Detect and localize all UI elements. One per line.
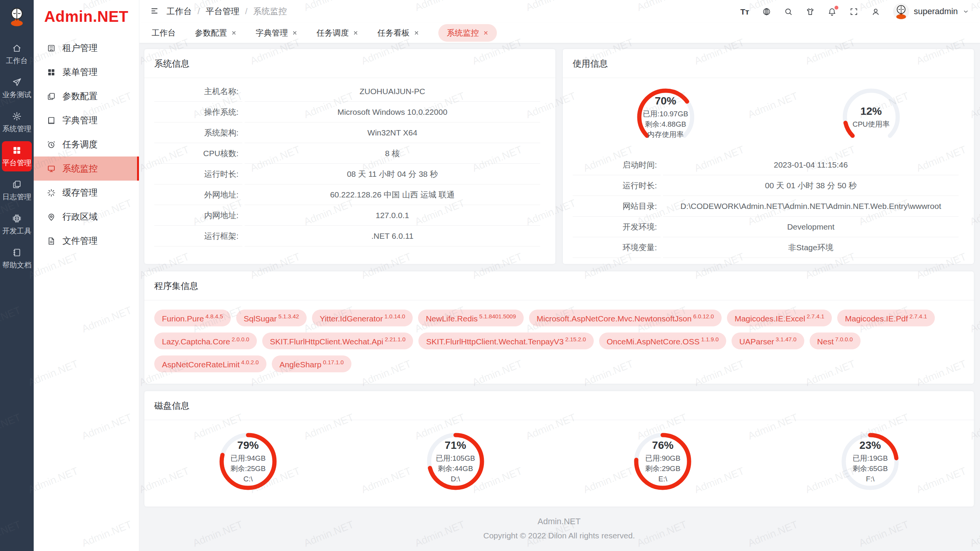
sidebar-item-schedule[interactable]: 任务调度 — [34, 132, 139, 156]
collapse-sidebar-button[interactable] — [150, 7, 159, 17]
search-icon — [784, 7, 793, 16]
header-fullscreen-button[interactable] — [849, 7, 858, 16]
sidebar-item-param[interactable]: 参数配置 — [34, 84, 139, 108]
breadcrumb-separator: / — [198, 7, 200, 16]
info-row: 网站目录:D:\CODEWORK\Admin.NET\Admin.NET\Adm… — [573, 196, 959, 217]
sidebar-item-label: 参数配置 — [62, 90, 98, 102]
info-row: 开发环境:Development — [573, 217, 959, 237]
disk-gauge: 71% 已用:105GB剩余:44GBD:\ — [426, 432, 485, 491]
info-row: 系统架构:Win32NT X64 — [154, 122, 540, 143]
assembly-version: 1.0.14.0 — [384, 313, 405, 320]
info-label: 主机名称: — [154, 81, 242, 102]
usage-gauge: 70% 已用:10.97GB剩余:4.88GB内存使用率 — [636, 87, 696, 147]
info-label: 开发环境: — [573, 217, 661, 237]
breadcrumb-item: 系统监控 — [253, 6, 287, 17]
close-icon[interactable] — [483, 30, 488, 36]
info-row: 运行时长:00 天 01 小时 38 分 50 秒 — [573, 175, 959, 196]
header-profile-button[interactable] — [871, 7, 880, 16]
disk-gauge: 79% 已用:94GB剩余:25GBC:\ — [218, 432, 278, 491]
breadcrumb-item[interactable]: 平台管理 — [206, 6, 239, 17]
assembly-tag: OnceMi.AspNetCore.OSS1.1.9.0 — [599, 333, 727, 349]
close-icon[interactable] — [353, 30, 358, 36]
assembly-tag: SqlSugar5.1.3.42 — [236, 310, 307, 326]
user-avatar — [893, 3, 909, 20]
system-info-rows: 主机名称:ZUOHUAIJUN-PC操作系统:Microsoft Windows… — [144, 78, 555, 253]
info-value: 8 核 — [245, 143, 540, 164]
gauge-line: 剩余:4.88GB — [645, 119, 686, 129]
info-value: 2023-01-04 11:15:46 — [663, 155, 959, 175]
gauge-line: 已用:19GB — [853, 453, 888, 463]
tab-workbench[interactable]: 工作台 — [152, 28, 176, 38]
tab-system-monitor[interactable]: 系统监控 — [438, 24, 497, 42]
info-label: 启动时间: — [573, 155, 661, 175]
header-search-button[interactable] — [784, 7, 793, 16]
sidebar-item-dict[interactable]: 字典管理 — [34, 108, 139, 132]
sidebar-item-cache[interactable]: 缓存管理 — [34, 181, 139, 205]
assembly-version: 3.1.47.0 — [776, 336, 796, 342]
shirt-icon — [806, 7, 815, 16]
content: 系统信息 主机名称:ZUOHUAIJUN-PC操作系统:Microsoft Wi… — [139, 43, 980, 551]
rail-item-log-manage[interactable]: 日志管理 — [2, 175, 32, 205]
gauge-line: 已用:90GB — [645, 453, 680, 463]
close-icon[interactable] — [292, 30, 297, 36]
app-root: 工作台业务测试系统管理平台管理日志管理开发工具帮助文档 Admin.NET 租户… — [0, 0, 980, 551]
assembly-tag: SKIT.FlurlHttpClient.Wechat.Api2.21.1.0 — [262, 333, 413, 349]
assembly-tag: Magicodes.IE.Pdf2.7.4.1 — [837, 310, 934, 326]
assembly-tag: Nest7.0.0.0 — [810, 333, 861, 349]
footer-copyright: Copyright © 2022 Dilon All rights reserv… — [144, 531, 974, 540]
info-label: 网站目录: — [573, 196, 661, 217]
header-theme-button[interactable] — [806, 7, 815, 16]
tab-task-schedule[interactable]: 任务调度 — [317, 28, 358, 38]
gauge-text: 76% 已用:90GB剩余:29GBE:\ — [633, 432, 693, 491]
rail-item-workbench[interactable]: 工作台 — [2, 39, 32, 69]
rail-item-label: 业务测试 — [2, 90, 31, 100]
user-menu[interactable]: superadmin — [893, 3, 969, 20]
assembly-version: 2.15.2.0 — [565, 336, 586, 342]
assembly-version: 6.0.12.0 — [693, 313, 714, 320]
gauge-line: 已用:94GB — [230, 453, 266, 463]
sidebar-item-label: 行政区域 — [62, 211, 98, 223]
info-label: 内网地址: — [154, 205, 242, 226]
rail-item-platform-manage[interactable]: 平台管理 — [2, 141, 32, 171]
tab-param-config[interactable]: 参数配置 — [195, 28, 237, 38]
assembly-tag: Magicodes.IE.Excel2.7.4.1 — [727, 310, 832, 326]
topbar-actions: Tт superadmin — [740, 3, 969, 20]
panel-usage-info: 使用信息 70% 已用:10.97GB剩余:4.88GB内存使用率 12% CP… — [562, 49, 974, 264]
close-icon[interactable] — [414, 30, 419, 36]
sidebar-item-tenant[interactable]: 租户管理 — [34, 36, 139, 60]
sidebar-item-menu[interactable]: 菜单管理 — [34, 60, 139, 84]
gauge-percent: 23% — [859, 439, 881, 452]
assembly-tag: UAParser3.1.47.0 — [732, 333, 804, 349]
secondary-sidebar: Admin.NET 租户管理菜单管理参数配置字典管理任务调度系统监控缓存管理行政… — [34, 0, 139, 551]
tab-task-board[interactable]: 任务看板 — [377, 28, 419, 38]
gauge-line: 剩余:44GB — [438, 463, 473, 474]
breadcrumb-item[interactable]: 工作台 — [167, 6, 192, 17]
topbar: 工作台/平台管理/系统监控 Tт superadmin — [139, 0, 980, 23]
sidebar-item-monitor[interactable]: 系统监控 — [34, 156, 139, 181]
header-language-button[interactable] — [762, 7, 771, 16]
close-icon[interactable] — [231, 30, 237, 36]
sidebar-item-file[interactable]: 文件管理 — [34, 229, 139, 253]
fullscreen-icon — [849, 7, 858, 16]
rail-item-business-test[interactable]: 业务测试 — [2, 73, 32, 103]
header-notification-button[interactable] — [828, 7, 836, 16]
sidebar-item-label: 菜单管理 — [62, 66, 98, 78]
tab-dict-manage[interactable]: 字典管理 — [256, 28, 297, 38]
info-label: 操作系统: — [154, 102, 242, 122]
header-font-size-button[interactable]: Tт — [740, 8, 749, 16]
info-value: 60.222.128.26 中国 山西 运城 联通 — [245, 184, 540, 205]
rail-item-system-manage[interactable]: 系统管理 — [2, 107, 32, 137]
sidebar-item-region[interactable]: 行政区域 — [34, 205, 139, 229]
gauge-percent: 79% — [237, 439, 259, 452]
gauge-percent: 70% — [655, 95, 676, 107]
home-icon — [12, 43, 22, 53]
logo-mascot[interactable] — [0, 0, 34, 34]
sidebar-item-label: 系统监控 — [62, 163, 98, 174]
rail-item-dev-tools[interactable]: 开发工具 — [2, 209, 32, 240]
sidebar-item-label: 文件管理 — [62, 235, 98, 247]
rail-item-label: 开发工具 — [2, 226, 31, 236]
rail-item-help-docs[interactable]: 帮助文档 — [2, 243, 32, 274]
username: superadmin — [914, 7, 958, 16]
gauge-line: 已用:10.97GB — [643, 109, 688, 119]
info-value: .NET 6.0.11 — [245, 226, 540, 246]
